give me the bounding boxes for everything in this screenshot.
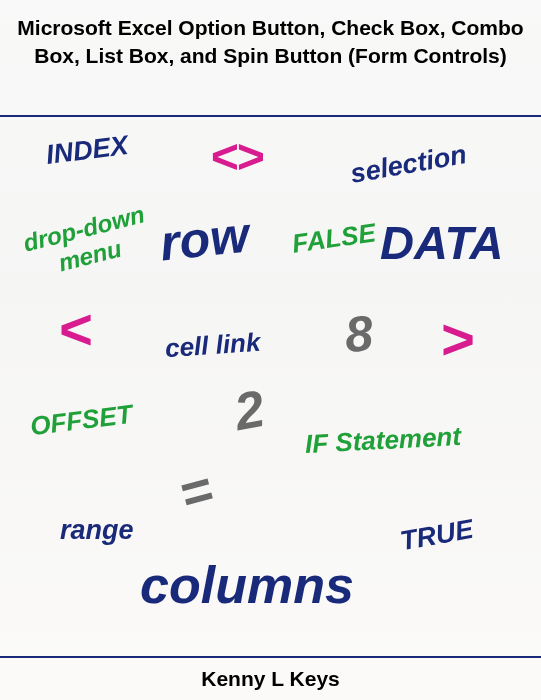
word-data: DATA <box>380 215 504 270</box>
word-eight: 8 <box>343 304 376 364</box>
word-if-statement: IF Statement <box>304 421 461 460</box>
word-cell-link: cell link <box>164 327 261 365</box>
word-less-than: < <box>58 295 92 362</box>
word-equals: = <box>173 457 220 525</box>
word-greater-than: > <box>440 305 474 372</box>
word-offset: OFFSET <box>28 399 134 442</box>
author-name: Kenny L Keys <box>0 658 541 700</box>
book-title: Microsoft Excel Option Button, Check Box… <box>12 14 529 71</box>
word-angle-brackets: <> <box>210 129 262 184</box>
word-row: row <box>157 206 251 273</box>
word-false: FALSE <box>290 217 377 259</box>
word-columns: columns <box>140 555 354 615</box>
word-two: 2 <box>230 378 269 442</box>
divider-top <box>0 115 541 117</box>
book-header: Microsoft Excel Option Button, Check Box… <box>0 0 541 81</box>
word-index: INDEX <box>44 130 130 171</box>
word-true: TRUE <box>398 514 476 557</box>
word-range: range <box>60 515 134 546</box>
word-cloud: INDEX <> selection drop-down menu row FA… <box>0 115 541 658</box>
word-selection: selection <box>348 139 469 190</box>
